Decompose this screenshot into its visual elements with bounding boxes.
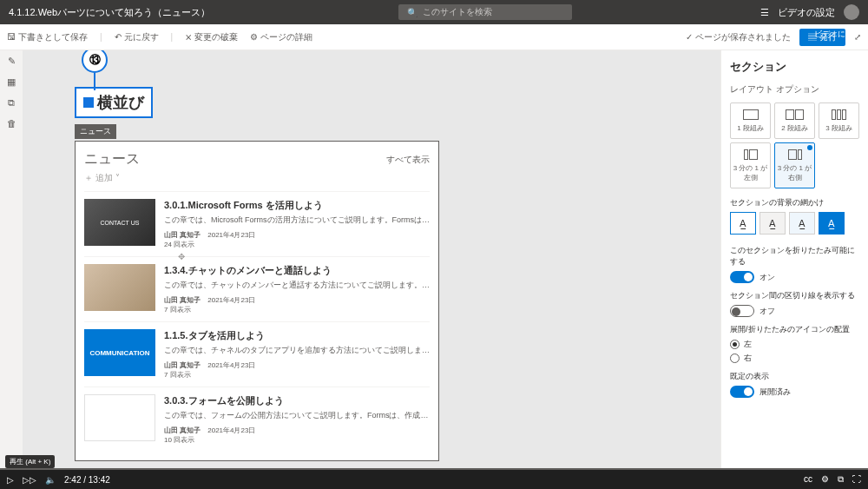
news-title: 3.0.3.フォームを公開しよう [164, 394, 430, 407]
settings-icon[interactable]: ☰ [760, 7, 769, 18]
video-controls: ▷ ▷▷ 🔈 2:42 / 13:42 cc ⚙ ⧉ ⛶ [0, 470, 868, 489]
play-tooltip: 再生 (Alt + K) [5, 455, 55, 468]
rail-copy-icon[interactable]: ⧉ [5, 97, 17, 109]
layout-third-left[interactable]: 3 分の 1 が左側 [730, 142, 771, 188]
drag-handle-icon[interactable]: ✥ [178, 252, 185, 261]
collapsible-label: このセクションを折りたたみ可能にする [730, 245, 859, 268]
news-desc: この章では、フォームの公開方法についてご説明します。Formsは、作成したフォー… [164, 410, 430, 421]
default-display-toggle[interactable]: 展開済み [730, 386, 859, 398]
news-title: 3.0.1.Microsoft Forms を活用しよう [164, 199, 430, 212]
news-webpart[interactable]: ニュース すべて表示 ＋ 追加 ˅ CONTACT US 3.0.1.Micro… [75, 141, 439, 461]
search-icon: 🔍 [407, 8, 418, 17]
add-news-button[interactable]: ＋ 追加 ˅ [84, 172, 430, 184]
save-draft-button[interactable]: 🖫 下書きとして保存 [7, 31, 88, 43]
news-thumbnail [84, 394, 155, 441]
settings-button[interactable]: ⚙ [821, 474, 829, 485]
see-all-link[interactable]: すべて表示 [386, 154, 430, 166]
volume-button[interactable]: 🔈 [45, 475, 56, 485]
tutorial-callout: ⑬ [82, 50, 108, 73]
layout-2col[interactable]: 2 段組み [774, 102, 815, 139]
icon-position-label: 展開/折りたたみのアイコンの配置 [730, 324, 859, 335]
settings-label[interactable]: ビデオの設定 [778, 6, 835, 19]
news-title: 1.3.4.チャットのメンバーと通話しよう [164, 264, 430, 277]
help-link[interactable]: ヘルプ [814, 52, 861, 64]
rail-edit-icon[interactable]: ✎ [5, 56, 17, 68]
saved-indicator: ✓ ページが保存されました [686, 31, 791, 43]
video-help-links: ビデオについて ヘルプ [807, 24, 868, 68]
about-link[interactable]: ビデオについて [814, 28, 861, 52]
shade-strong[interactable]: A̲ [819, 212, 845, 235]
divider-label: セクション間の区切り線を表示する [730, 290, 859, 301]
section-heading: 横並び [97, 92, 144, 113]
video-topbar: 4.1.12.Webパーツについて知ろう（ニュース） 🔍 このサイトを検索 ☰ … [0, 0, 868, 24]
rail-delete-icon[interactable]: 🗑 [5, 118, 17, 130]
news-thumbnail: COMMUNICATION [84, 329, 155, 376]
news-item[interactable]: COMMUNICATION 1.1.5.タブを活用しよう この章では、チャネルの… [84, 321, 430, 387]
collapsible-toggle[interactable]: オン [730, 271, 859, 283]
webpart-title: ニュース [84, 150, 140, 169]
layout-options-label: レイアウト オプション [730, 83, 859, 96]
avatar[interactable] [844, 4, 859, 20]
search-input[interactable]: 🔍 このサイトを検索 [398, 4, 572, 20]
news-title: 1.1.5.タブを活用しよう [164, 329, 430, 342]
fullscreen-button[interactable]: ⛶ [852, 474, 861, 485]
icon-pos-right[interactable]: 右 [730, 353, 859, 364]
layout-third-right[interactable]: 3 分の 1 が右側 [774, 142, 815, 188]
shade-neutral[interactable]: A̲ [760, 212, 786, 235]
heading-marker-icon [83, 97, 94, 108]
discard-button[interactable]: ⨯ 変更の破棄 [185, 31, 238, 43]
news-item[interactable]: 1.3.4.チャットのメンバーと通話しよう この章では、チャットのメンバーと通話… [84, 256, 430, 321]
news-thumbnail [84, 264, 155, 311]
layout-1col[interactable]: 1 段組み [730, 102, 771, 139]
shade-soft[interactable]: A̲ [789, 212, 815, 235]
section-heading-box[interactable]: 横並び [75, 87, 153, 118]
page-details-button[interactable]: ⚙ ページの詳細 [250, 31, 312, 43]
default-display-label: 既定の表示 [730, 371, 859, 382]
news-item[interactable]: CONTACT US 3.0.1.Microsoft Forms を活用しよう … [84, 191, 430, 256]
skip-button[interactable]: ▷▷ [23, 475, 36, 485]
left-rail: ✎ ▦ ⧉ 🗑 [0, 50, 23, 470]
news-desc: この章では、チャネルのタブにアプリを追加する方法についてご説明します。チャネ… [164, 345, 430, 356]
command-bar: 🖫 下書きとして保存 | ↶ 元に戻す | ⨯ 変更の破棄 ⚙ ページの詳細 ✓… [0, 24, 868, 50]
play-button[interactable]: ▷ [7, 475, 14, 485]
news-desc: この章では、チャットのメンバーと通話する方法についてご説明します。チャットで… [164, 280, 430, 291]
captions-button[interactable]: cc [804, 474, 812, 485]
rail-grid-icon[interactable]: ▦ [5, 76, 17, 89]
shade-none[interactable]: A̲ [730, 212, 756, 235]
video-time: 2:42 / 13:42 [64, 475, 110, 485]
webpart-type-label: ニュース [75, 124, 116, 139]
section-properties-pane: セクション レイアウト オプション 1 段組み 2 段組み 3 段組み 3 分の… [720, 50, 868, 470]
layout-3col[interactable]: 3 段組み [819, 102, 859, 139]
undo-button[interactable]: ↶ 元に戻す [115, 31, 159, 43]
shade-label: セクションの背景の網かけ [730, 197, 859, 208]
icon-pos-left[interactable]: 左 [730, 339, 859, 350]
news-thumbnail: CONTACT US [84, 199, 155, 246]
news-desc: この章では、Microsoft Formsの活用方法についてご説明します。For… [164, 215, 430, 226]
divider-toggle[interactable]: オフ [730, 305, 859, 317]
news-item[interactable]: 3.0.3.フォームを公開しよう この章では、フォームの公開方法についてご説明し… [84, 387, 430, 452]
video-title: 4.1.12.Webパーツについて知ろう（ニュース） [9, 6, 210, 19]
pip-button[interactable]: ⧉ [838, 474, 844, 485]
page-canvas[interactable]: ⑬ 横並び ニュース ニュース すべて表示 ＋ 追加 ˅ CONTACT US … [23, 50, 720, 470]
